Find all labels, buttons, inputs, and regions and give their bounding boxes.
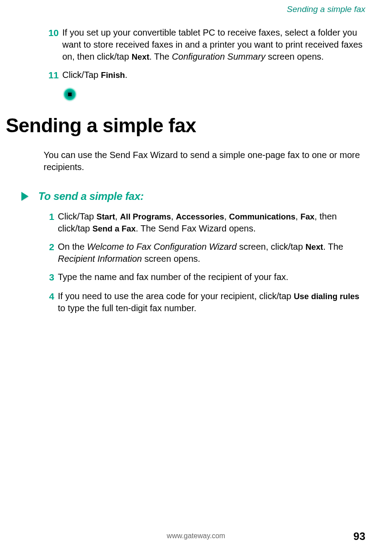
text-run-bold: Next: [305, 242, 323, 252]
text-run-bold: Start: [97, 212, 115, 221]
text-run: If you need to use the area code for you…: [58, 291, 294, 301]
step-text: Click/Tap Start, All Programs, Accessori…: [58, 211, 363, 235]
step-10: 10 If you set up your convertible tablet…: [44, 27, 363, 63]
procedure-header: To send a simple fax:: [21, 190, 363, 203]
text-run: screen opens.: [142, 254, 200, 264]
text-run: . The: [323, 242, 343, 252]
page-footer: www.gateway.com: [0, 532, 392, 540]
page: Sending a simple fax 10 If you set up yo…: [0, 0, 392, 548]
running-head: Sending a simple fax: [287, 4, 365, 14]
text-run: ,: [171, 211, 176, 221]
previous-step-list: 10 If you set up your convertible tablet…: [44, 27, 363, 101]
text-run-bold: All Programs: [120, 212, 171, 221]
step-text: Type the name and fax number of the reci…: [58, 271, 363, 283]
text-run: ,: [115, 211, 120, 221]
step-text: On the Welcome to Fax Configuration Wiza…: [58, 241, 363, 265]
text-run-bold: Send a Fax: [93, 224, 136, 233]
text-run-bold: Use dialing rules: [294, 292, 359, 301]
step-text: Click/Tap Finish.: [62, 69, 363, 81]
step-number: 3: [44, 271, 58, 284]
text-run: Type the name and fax number of the reci…: [58, 272, 288, 282]
step-4: 4 If you need to use the area code for y…: [44, 290, 363, 314]
procedure-arrow-icon: [21, 192, 28, 201]
section-intro: You can use the Send Fax Wizard to send …: [44, 149, 363, 173]
text-run: Click/Tap: [58, 211, 97, 221]
step-text: If you need to use the area code for you…: [58, 290, 363, 314]
text-run: . The: [150, 52, 172, 61]
text-run-bold: Finish: [101, 70, 125, 80]
step-number: 2: [44, 241, 58, 253]
text-run-ital: Recipient Information: [58, 254, 142, 264]
section-heading: Sending a simple fax: [6, 114, 363, 137]
step-number: 11: [44, 69, 62, 81]
text-run: On the: [58, 242, 87, 252]
text-run: screen, click/tap: [237, 242, 306, 252]
text-run: Click/Tap: [62, 70, 101, 80]
step-number: 4: [44, 290, 58, 303]
page-number: 93: [353, 530, 365, 543]
text-run-ital: Welcome to Fax Configuration Wizard: [87, 242, 237, 252]
text-run-bold: Accessories: [176, 212, 224, 221]
step-3: 3 Type the name and fax number of the re…: [44, 271, 363, 284]
text-run: ,: [224, 211, 229, 221]
step-list: 1 Click/Tap Start, All Programs, Accesso…: [44, 211, 363, 314]
text-run: to type the full ten-digit fax number.: [58, 303, 196, 313]
step-1: 1 Click/Tap Start, All Programs, Accesso…: [44, 211, 363, 235]
step-number: 10: [44, 27, 62, 39]
text-run: screen opens.: [265, 52, 323, 61]
content: 10 If you set up your convertible tablet…: [0, 0, 365, 314]
step-2: 2 On the Welcome to Fax Configuration Wi…: [44, 241, 363, 265]
text-run: .: [125, 70, 128, 80]
text-run: ,: [295, 211, 300, 221]
step-text: If you set up your convertible tablet PC…: [62, 27, 363, 63]
procedure-title: To send a simple fax:: [38, 190, 144, 203]
text-run-bold: Next: [132, 52, 150, 61]
text-run-ital: Configuration Summary: [172, 52, 265, 61]
step-11: 11 Click/Tap Finish.: [44, 69, 363, 81]
step-number: 1: [44, 211, 58, 223]
text-run-bold: Communications: [229, 212, 295, 221]
text-run: . The Send Fax Wizard opens.: [136, 223, 256, 233]
text-run-bold: Fax: [300, 212, 315, 221]
footer-url: www.gateway.com: [167, 532, 225, 540]
end-of-procedure-icon: [63, 88, 77, 101]
